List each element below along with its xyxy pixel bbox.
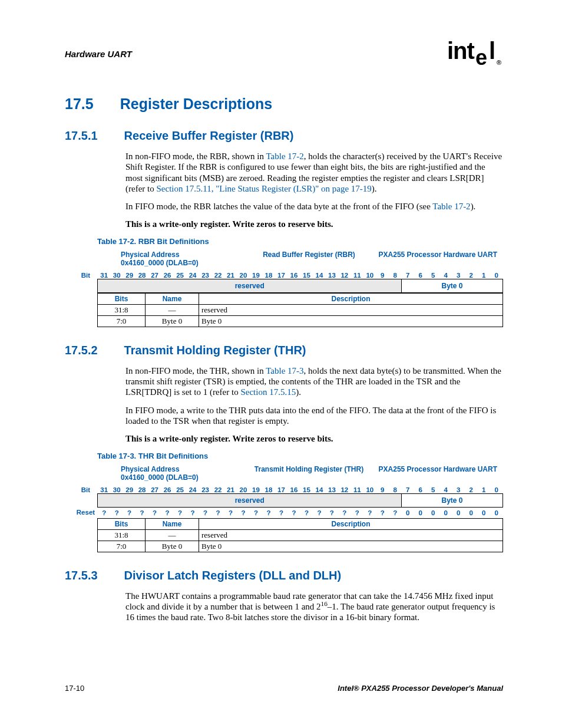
heading-17-5-3: 17.5.3 Divisor Latch Registers (DLL and … [65, 569, 503, 582]
field-byte0: Byte 0 [402, 493, 503, 507]
bit-table-rbr: Bit 313029282726252423222120191817161514… [74, 272, 503, 293]
page-footer: 17-10 Intel® PXA255 Processor Developer'… [65, 684, 503, 693]
table-row: 31:8—reserved [98, 529, 503, 541]
intel-logo: int e l ® [447, 41, 503, 66]
field-byte0: Byte 0 [402, 279, 503, 292]
section-body: In non-FIFO mode, the RBR, shown in Tabl… [125, 151, 503, 230]
page-number: 17-10 [65, 684, 84, 693]
page-header: Hardware UART int e l ® [65, 41, 503, 66]
section-body: In non-FIFO mode, the THR, shown in Tabl… [125, 365, 503, 444]
desc-table-thr: BitsNameDescription 31:8—reserved 7:0Byt… [97, 518, 503, 552]
svg-text:e: e [475, 45, 487, 66]
link-table-17-2[interactable]: Table 17-2 [266, 151, 303, 161]
section-body: The HWUART contains a programmable baud … [125, 591, 503, 623]
svg-text:int: int [447, 41, 475, 64]
note: This is a write-only register. Write zer… [125, 219, 503, 229]
section-number: 17.5 [65, 95, 94, 113]
reset-row: Reset ???????????????????????? 00000000 [74, 507, 503, 518]
manual-title: Intel® PXA255 Processor Developer's Manu… [338, 684, 503, 693]
register-header: Physical Address 0x4160_0000 (DLAB=0) Re… [97, 251, 503, 267]
section-number: 17.5.3 [65, 569, 98, 582]
link-table-17-3[interactable]: Table 17-3 [266, 366, 303, 375]
section-title: Divisor Latch Registers (DLL and DLH) [124, 569, 342, 582]
register-header: Physical Address 0x4160_0000 (DLAB=0) Tr… [97, 465, 503, 482]
section-title: Transmit Holding Register (THR) [124, 344, 306, 357]
section-title: Receive Buffer Register (RBR) [124, 129, 294, 143]
bit-table-thr: Bit 313029282726252423222120191817161514… [74, 486, 503, 518]
link-section-17-5-11[interactable]: Section 17.5.11, "Line Status Register (… [156, 184, 371, 193]
field-reserved: reserved [98, 279, 402, 292]
table-caption: Table 17-3. THR Bit Definitions [97, 452, 503, 460]
section-title: Register Descriptions [120, 95, 272, 113]
page: Hardware UART int e l ® 17.5 Register De… [0, 0, 562, 728]
heading-17-5-2: 17.5.2 Transmit Holding Register (THR) [65, 344, 503, 357]
table-caption: Table 17-2. RBR Bit Definitions [97, 237, 503, 246]
field-row: reserved Byte 0 [74, 493, 503, 507]
link-table-17-2[interactable]: Table 17-2 [432, 202, 470, 211]
paragraph: In FIFO mode, a write to the THR puts da… [125, 405, 503, 427]
table-row: 7:0Byte 0Byte 0 [98, 315, 503, 327]
bit-number-row: Bit 313029282726252423222120191817161514… [74, 486, 503, 494]
link-section-17-5-15[interactable]: Section 17.5.15 [240, 387, 296, 397]
field-row: reserved Byte 0 [74, 279, 503, 292]
note: This is a write-only register. Write zer… [125, 433, 503, 444]
heading-17-5-1: 17.5.1 Receive Buffer Register (RBR) [65, 129, 503, 143]
table-row: 7:0Byte 0Byte 0 [98, 541, 503, 552]
svg-text:®: ® [497, 59, 501, 66]
desc-table-rbr: BitsNameDescription 31:8—reserved 7:0Byt… [97, 293, 503, 327]
bit-number-row: Bit 313029282726252423222120191817161514… [74, 272, 503, 279]
field-reserved: reserved [98, 493, 402, 507]
paragraph: In non-FIFO mode, the RBR, shown in Tabl… [125, 151, 503, 194]
section-number: 17.5.2 [65, 344, 98, 357]
paragraph: In FIFO mode, the RBR latches the value … [125, 201, 503, 212]
paragraph: The HWUART contains a programmable baud … [125, 591, 503, 623]
svg-text:l: l [489, 41, 495, 64]
table-row: 31:8—reserved [98, 304, 503, 315]
section-number: 17.5.1 [65, 129, 98, 143]
heading-17-5: 17.5 Register Descriptions [65, 95, 503, 113]
paragraph: In non-FIFO mode, the THR, shown in Tabl… [125, 365, 503, 398]
header-title: Hardware UART [65, 49, 132, 59]
